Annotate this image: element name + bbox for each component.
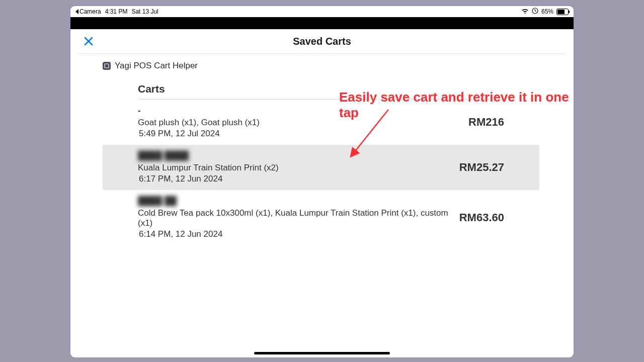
section-title: Carts — [138, 83, 505, 100]
content-area: Yagi POS Cart Helper Carts -Goat plush (… — [70, 54, 574, 245]
chevron-left-icon — [75, 9, 78, 14]
app-name-label: Yagi POS Cart Helper — [115, 61, 198, 71]
cart-info: ████ ██Cold Brew Tea pack 10x300ml (x1),… — [138, 196, 459, 239]
cart-customer: ████ ██ — [138, 196, 459, 206]
status-bar: Camera 4:31 PM Sat 13 Jul 65% — [70, 6, 574, 17]
wifi-icon — [521, 8, 529, 15]
battery-icon — [556, 9, 569, 15]
cart-items: Goat plush (x1), Goat plush (x1) — [138, 118, 260, 128]
cart-time: 5:49 PM, 12 Jul 2024 — [139, 129, 260, 139]
cart-time: 6:14 PM, 12 Jun 2024 — [139, 229, 459, 239]
cart-info: -Goat plush (x1), Goat plush (x1)5:49 PM… — [138, 106, 260, 139]
back-app-label: Camera — [79, 8, 101, 15]
rotation-lock-icon — [532, 8, 538, 16]
cart-time: 6:17 PM, 12 Jun 2024 — [139, 174, 279, 184]
carts-section: Carts -Goat plush (x1), Goat plush (x1)5… — [138, 83, 505, 245]
svg-rect-1 — [105, 64, 109, 68]
device-frame: Camera 4:31 PM Sat 13 Jul 65% Saved Cart… — [70, 6, 574, 357]
app-name-row: Yagi POS Cart Helper — [103, 61, 541, 71]
back-to-app[interactable]: Camera — [75, 8, 101, 15]
close-button[interactable] — [80, 33, 97, 49]
cart-customer: - — [138, 106, 260, 116]
status-right: 65% — [521, 8, 569, 16]
cart-price: RM25.27 — [459, 161, 504, 174]
battery-percent: 65% — [541, 8, 553, 15]
title-bar-black — [70, 17, 574, 29]
app-icon — [103, 62, 111, 70]
status-left: Camera 4:31 PM Sat 13 Jul — [75, 8, 158, 15]
cart-items: Kuala Lumpur Train Station Print (x2) — [138, 163, 279, 173]
cart-row[interactable]: -Goat plush (x1), Goat plush (x1)5:49 PM… — [103, 100, 539, 145]
cart-price: RM216 — [468, 116, 504, 129]
cart-info: ████ ████Kuala Lumpur Train Station Prin… — [138, 151, 279, 184]
cart-customer: ████ ████ — [138, 151, 279, 161]
cart-price: RM63.60 — [459, 211, 504, 224]
cart-items: Cold Brew Tea pack 10x300ml (x1), Kuala … — [138, 208, 459, 228]
cart-list: -Goat plush (x1), Goat plush (x1)5:49 PM… — [103, 100, 539, 245]
status-time: 4:31 PM — [105, 8, 128, 15]
status-date: Sat 13 Jul — [131, 8, 158, 15]
cart-row[interactable]: ████ ██Cold Brew Tea pack 10x300ml (x1),… — [103, 190, 539, 245]
close-icon — [84, 36, 94, 46]
modal-title: Saved Carts — [293, 36, 351, 47]
cart-row[interactable]: ████ ████Kuala Lumpur Train Station Prin… — [103, 145, 539, 190]
home-indicator — [254, 352, 390, 354]
modal-header: Saved Carts — [78, 29, 566, 54]
